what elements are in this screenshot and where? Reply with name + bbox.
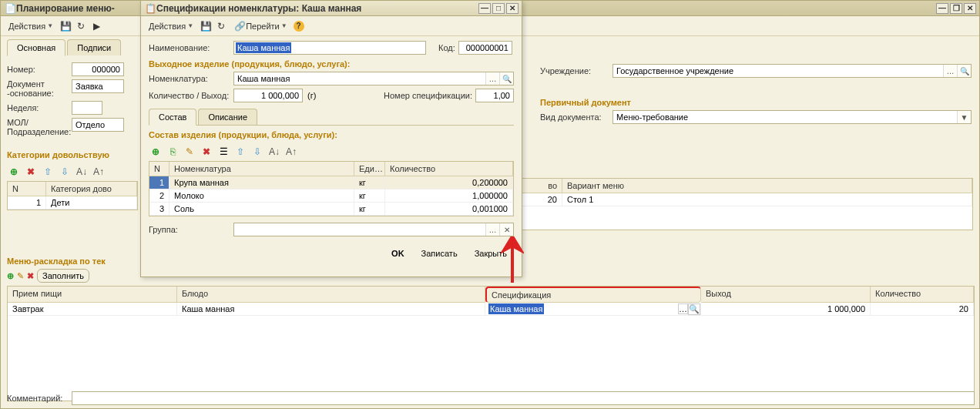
spec-value: Каша манная <box>488 303 544 314</box>
name-input[interactable]: Каша манная <box>236 42 291 53</box>
ok-button[interactable]: OK <box>384 246 411 261</box>
menu-grid[interactable]: Прием пищи Блюдо Спецификация Выход Коли… <box>7 286 975 401</box>
edit-icon[interactable]: ✎ <box>17 271 24 281</box>
docbasis-label: Документ-основание: <box>7 79 69 98</box>
composition-section: Состав изделия (продукции, блюда, услуги… <box>149 130 514 139</box>
up-icon[interactable]: ⇧ <box>41 165 55 179</box>
output-section: Выходное изделие (продукция, блюдо, услу… <box>149 59 514 69</box>
delete-icon[interactable]: ✖ <box>24 165 38 179</box>
execute-icon[interactable]: ▶ <box>90 20 102 32</box>
group-label: Группа: <box>149 225 230 234</box>
ellipsis-icon[interactable]: … <box>485 72 499 85</box>
chevron-down-icon: ▼ <box>281 22 287 29</box>
actions-menu[interactable]: Действия ▼ <box>146 20 196 32</box>
spec-cell[interactable]: Каша манная … 🔍 <box>485 303 701 316</box>
sort-asc-icon[interactable]: A↓ <box>267 145 281 159</box>
categories-section: Категории довольствую <box>7 150 138 159</box>
table-row[interactable]: 1 Дети <box>8 196 137 210</box>
sort-desc-icon[interactable]: A↑ <box>284 145 298 159</box>
delete-icon[interactable]: ✖ <box>200 145 213 159</box>
copy-icon[interactable]: ⎘ <box>166 145 180 159</box>
add-icon[interactable]: ⊕ <box>7 165 21 179</box>
unit-label: (г) <box>307 91 316 100</box>
tab-main[interactable]: Основная <box>7 39 65 56</box>
add-icon[interactable]: ⊕ <box>7 271 14 281</box>
goto-icon: 🔗 <box>233 20 246 32</box>
maximize-button[interactable]: □ <box>492 3 505 14</box>
tab-signatures[interactable]: Подписи <box>67 39 121 55</box>
close-button[interactable]: ✕ <box>506 3 519 14</box>
close-button[interactable]: Закрыть <box>468 246 514 261</box>
up-icon[interactable]: ⇧ <box>233 145 247 159</box>
primary-doc-section: Первичный документ <box>540 98 972 107</box>
name-label: Наименование: <box>149 43 230 52</box>
close-button[interactable]: ✕ <box>964 3 976 14</box>
col-category: Категория дово <box>46 182 137 196</box>
nomen-input[interactable] <box>234 72 485 85</box>
main-title: Планирование меню- <box>16 3 115 14</box>
ellipsis-icon[interactable]: … <box>678 303 688 314</box>
institution-input[interactable] <box>613 65 943 77</box>
table-row[interactable]: Завтрак Каша манная Каша манная … 🔍 1 00… <box>8 303 974 316</box>
tab-description[interactable]: Описание <box>198 109 257 125</box>
search-icon[interactable]: 🔍 <box>957 65 971 77</box>
search-icon[interactable]: 🔍 <box>499 72 513 85</box>
ellipsis-icon[interactable]: … <box>943 65 957 77</box>
actions-label: Действия <box>149 22 186 31</box>
minimize-button[interactable]: — <box>478 3 491 14</box>
institution-label: Учреждение: <box>540 66 609 75</box>
nomen-label: Номенклатура: <box>149 74 230 83</box>
table-row[interactable]: 20 Стол 1 <box>502 193 972 206</box>
maximize-button[interactable]: ❐ <box>950 3 962 14</box>
col-n: N <box>149 162 169 176</box>
refresh-icon[interactable]: ↻ <box>215 20 227 32</box>
edit-icon[interactable]: ✎ <box>183 145 196 159</box>
docbasis-input[interactable] <box>72 79 124 93</box>
dockind-input[interactable] <box>613 111 957 123</box>
group-input[interactable] <box>234 223 485 236</box>
clear-icon[interactable]: ✕ <box>499 223 513 236</box>
help-icon[interactable]: ? <box>294 21 304 32</box>
number-input[interactable] <box>72 62 124 76</box>
fill-button[interactable]: Заполнить <box>37 269 89 283</box>
add-icon[interactable]: ⊕ <box>149 145 163 159</box>
save-icon[interactable]: 💾 <box>200 20 212 32</box>
code-input[interactable] <box>458 41 512 55</box>
specno-label: Номер спецификации: <box>384 91 472 100</box>
chevron-down-icon: ▼ <box>187 22 193 29</box>
sort-asc-icon[interactable]: A↓ <box>75 165 89 179</box>
minimize-button[interactable]: — <box>936 3 948 14</box>
ellipsis-icon[interactable]: … <box>485 223 499 236</box>
col-qty: Количество <box>385 162 513 176</box>
qtyout-label: Количество / Выход: <box>149 91 230 100</box>
composition-grid[interactable]: N Номенклатура Еди… Количество 1 Крупа м… <box>149 161 514 216</box>
goto-menu[interactable]: 🔗 Перейти ▼ <box>230 18 290 34</box>
actions-label: Действия <box>8 22 45 31</box>
delete-icon[interactable]: ✖ <box>27 271 34 281</box>
categories-grid[interactable]: N Категория дово 1 Дети <box>7 181 138 210</box>
dockind-label: Вид документа: <box>540 112 609 122</box>
col-n: N <box>8 182 46 196</box>
qtyout-input[interactable] <box>233 89 303 102</box>
actions-menu[interactable]: Действия ▼ <box>5 20 56 32</box>
sort-desc-icon[interactable]: A↑ <box>92 165 106 179</box>
down-icon[interactable]: ⇩ <box>250 145 264 159</box>
chevron-down-icon: ▼ <box>47 22 53 29</box>
variant-grid[interactable]: во Вариант меню 20 Стол 1 <box>502 178 973 230</box>
refresh-icon[interactable]: ↻ <box>75 20 87 32</box>
col-variant: Вариант меню <box>562 179 972 193</box>
comment-input[interactable] <box>72 391 975 405</box>
table-row[interactable]: 1 Крупа манная кг 0,200000 <box>149 176 513 189</box>
table-row[interactable]: 2 Молоко кг 1,000000 <box>149 189 513 203</box>
specno-input[interactable] <box>475 89 514 102</box>
finish-edit-icon[interactable]: ☰ <box>216 145 230 159</box>
tab-composition[interactable]: Состав <box>149 109 196 126</box>
save-icon[interactable]: 💾 <box>59 20 72 32</box>
col-qty: Количество <box>871 287 974 303</box>
dropdown-icon[interactable]: ▼ <box>957 111 971 123</box>
table-row[interactable]: 3 Соль кг 0,001000 <box>149 203 513 216</box>
mol-input[interactable] <box>72 118 124 132</box>
search-icon[interactable]: 🔍 <box>688 303 700 315</box>
save-button[interactable]: Записать <box>414 246 465 261</box>
down-icon[interactable]: ⇩ <box>58 165 72 179</box>
